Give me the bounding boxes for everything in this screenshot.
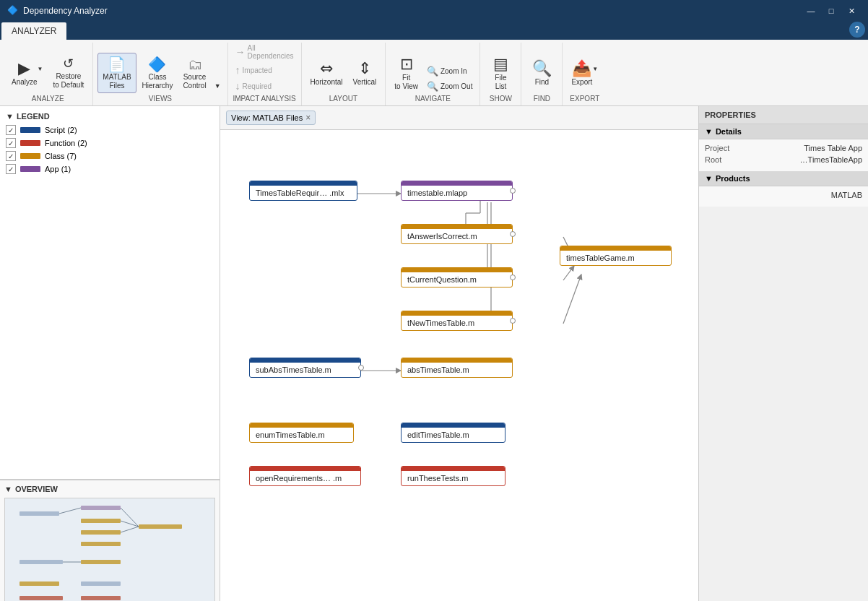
fit-to-view-button[interactable]: ⊡ Fitto View <box>390 53 422 93</box>
view-tag-close-button[interactable]: × <box>305 113 311 123</box>
vertical-icon: ⇕ <box>358 59 371 78</box>
mini-node-6 <box>139 524 182 529</box>
svg-line-0 <box>59 508 81 514</box>
mini-node-11 <box>19 596 63 600</box>
node-tansweriscorrect[interactable]: tAnswerIsCorrect.m <box>401 224 513 244</box>
app-title: Dependency Analyzer <box>23 6 802 16</box>
node-abstimestable[interactable]: absTimesTable.m <box>401 358 513 378</box>
diagram-container: TimesTableRequir… .mlx timestable.mlapp … <box>235 144 698 520</box>
all-dependencies-button[interactable]: → AllDependencies <box>233 43 297 61</box>
export-button[interactable]: 📤 Export ▼ <box>567 53 602 93</box>
file-list-button[interactable]: ▤ FileList <box>485 53 516 93</box>
mini-node-2 <box>81 506 121 510</box>
app-checkbox[interactable] <box>6 164 16 174</box>
ribbon-tabs: ANALYZER ? <box>0 22 868 40</box>
mini-node-4 <box>81 530 121 535</box>
source-control-button[interactable]: 🗂 SourceControl <box>178 53 210 93</box>
close-button[interactable]: ✕ <box>842 4 861 18</box>
node-runthesetests[interactable]: runTheseTests.m <box>401 466 505 486</box>
ribbon-group-navigate: ⊡ Fitto View 🔍 Zoom In 🔍 Zoom Out NAVIGA… <box>386 43 480 105</box>
node-tcurrentquestion[interactable]: tCurrentQuestion.m <box>401 267 513 287</box>
vertical-button[interactable]: ⇕ Vertical <box>349 53 381 93</box>
app-color <box>20 166 40 172</box>
horizontal-button[interactable]: ⇔ Horizontal <box>306 53 347 93</box>
matlab-files-icon: 📄 <box>108 56 126 73</box>
required-button[interactable]: ↓ Required <box>233 79 297 93</box>
prop-root-label: Root <box>705 155 745 164</box>
legend-item-function: Function (2) <box>6 138 214 148</box>
svg-line-1 <box>121 508 139 527</box>
export-icon: 📤 <box>572 59 591 78</box>
impacted-icon: ↑ <box>235 64 240 76</box>
impacted-button[interactable]: ↑ Impacted <box>233 63 297 77</box>
svg-line-14 <box>563 274 581 324</box>
show-buttons: ▤ FileList <box>485 43 516 93</box>
overview-canvas[interactable] <box>4 498 215 601</box>
class-checkbox[interactable] <box>6 151 16 161</box>
overview-collapse-icon[interactable]: ▼ <box>4 485 12 493</box>
node-timestablerequir[interactable]: TimesTableRequir… .mlx <box>249 181 357 201</box>
prop-matlab: MATLAB <box>705 191 862 199</box>
window-controls: — □ ✕ <box>802 4 861 18</box>
node-label-enumtimestable: enumTimesTable.m <box>250 428 353 442</box>
mini-node-8 <box>81 560 121 564</box>
horizontal-label: Horizontal <box>311 78 343 87</box>
prop-project-label: Project <box>705 144 745 152</box>
node-edittimestable[interactable]: editTimesTable.m <box>401 423 505 443</box>
class-hierarchy-icon: 🔷 <box>148 56 166 73</box>
ribbon-group-show: ▤ FileList SHOW <box>480 43 521 105</box>
class-hierarchy-label: ClassHierarchy <box>142 73 173 90</box>
analyze-button[interactable]: ▶ Analyze ▼ <box>7 53 48 93</box>
zoom-out-button[interactable]: 🔍 Zoom Out <box>424 79 475 93</box>
export-buttons: 📤 Export ▼ <box>567 43 602 93</box>
horizontal-icon: ⇔ <box>320 59 333 78</box>
fit-view-icon: ⊡ <box>400 55 413 74</box>
svg-line-2 <box>121 521 139 527</box>
node-timestablegame[interactable]: timesTableGame.m <box>560 246 672 266</box>
script-checkbox[interactable] <box>6 125 16 135</box>
matlab-files-button[interactable]: 📄 MATLABFiles <box>97 53 136 93</box>
properties-section-details: ▼ Details Project Times Table App Root …… <box>699 124 868 171</box>
analyze-buttons: ▶ Analyze ▼ ↺ Restoreto Default <box>7 43 88 93</box>
find-buttons: 🔍 Find <box>526 43 557 93</box>
navigate-buttons: ⊡ Fitto View 🔍 Zoom In 🔍 Zoom Out <box>390 43 475 93</box>
all-deps-label: AllDependencies <box>248 44 294 60</box>
views-dropdown-button[interactable]: ▼ <box>212 81 223 92</box>
find-button[interactable]: 🔍 Find <box>526 53 557 93</box>
node-openrequirements[interactable]: openRequirements… .m <box>249 466 361 486</box>
required-label: Required <box>243 82 272 90</box>
details-section-label: Details <box>716 127 742 136</box>
node-port-timestable-out <box>510 188 516 194</box>
class-hierarchy-button[interactable]: 🔷 ClassHierarchy <box>138 53 178 93</box>
layout-buttons: ⇔ Horizontal ⇕ Vertical <box>306 43 381 93</box>
node-port-tansweriscorrect-out <box>510 231 516 237</box>
impact-group-label: IMPACT ANALYSIS <box>233 93 297 103</box>
minimize-button[interactable]: — <box>802 4 820 18</box>
help-button[interactable]: ? <box>849 22 865 38</box>
restore-default-button[interactable]: ↺ Restoreto Default <box>49 53 89 93</box>
navigate-group-label: NAVIGATE <box>390 93 475 103</box>
find-icon: 🔍 <box>532 59 552 78</box>
view-bar: View: MATLAB Files × <box>220 106 698 130</box>
zoom-in-button[interactable]: 🔍 Zoom In <box>424 64 475 78</box>
ribbon-group-impact: → AllDependencies ↑ Impacted ↓ Required … <box>228 43 302 105</box>
node-label-edittimestable: editTimesTable.m <box>402 428 505 442</box>
function-checkbox[interactable] <box>6 138 16 148</box>
view-tag-label: View: MATLAB Files <box>231 113 303 122</box>
diagram-area[interactable]: TimesTableRequir… .mlx timestable.mlapp … <box>220 130 698 601</box>
tab-analyzer[interactable]: ANALYZER <box>1 22 66 40</box>
node-tnewtimestable[interactable]: tNewTimesTable.m <box>401 311 513 331</box>
details-section-header[interactable]: ▼ Details <box>699 124 868 139</box>
legend-collapse-icon[interactable]: ▼ <box>6 112 14 121</box>
node-label-timestablegame: timesTableGame.m <box>560 251 671 265</box>
products-section-header[interactable]: ▼ Products <box>699 171 868 186</box>
ribbon-group-export: 📤 Export ▼ EXPORT <box>563 43 607 105</box>
node-enumtimestable[interactable]: enumTimesTable.m <box>249 423 354 443</box>
function-label: Function (2) <box>45 139 87 147</box>
legend-title: ▼ LEGEND <box>6 112 214 121</box>
script-label: Script (2) <box>45 126 77 134</box>
titlebar: 🔷 Dependency Analyzer — □ ✕ <box>0 0 868 22</box>
node-timestable[interactable]: timestable.mlapp <box>401 181 513 201</box>
node-subabstimestable[interactable]: subAbsTimesTable.m <box>249 358 361 378</box>
maximize-button[interactable]: □ <box>822 4 841 18</box>
